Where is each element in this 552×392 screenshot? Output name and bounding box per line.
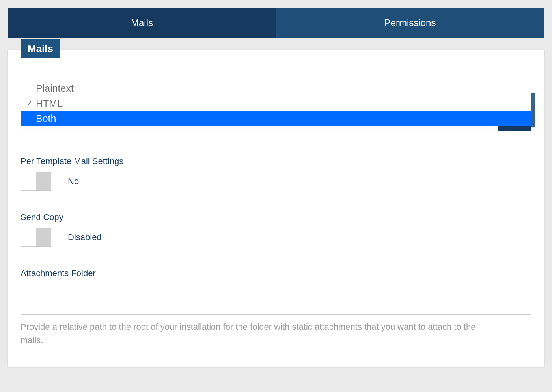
- mail-format-listbox: Plaintext HTML Both: [21, 81, 531, 131]
- mail-format-option-plaintext[interactable]: Plaintext: [21, 81, 531, 96]
- settings-panel: Mails Plaintext HTML Both Per Template M…: [8, 50, 544, 367]
- tab-permissions[interactable]: Permissions: [276, 8, 544, 38]
- mail-format-option-html[interactable]: HTML: [21, 96, 531, 111]
- panel-title: Mails: [21, 39, 60, 58]
- toggle-knob: [36, 228, 51, 246]
- attachments-folder-field: Attachments Folder Provide a relative pa…: [21, 268, 531, 347]
- per-template-field: Per Template Mail Settings No: [21, 156, 531, 191]
- attachments-folder-help: Provide a relative path to the root of y…: [21, 320, 498, 347]
- mail-format-option-both[interactable]: Both: [21, 111, 531, 126]
- dropdown-scrollbar[interactable]: [21, 126, 531, 131]
- attachments-folder-label: Attachments Folder: [21, 268, 531, 278]
- per-template-status: No: [68, 176, 79, 187]
- send-copy-field: Send Copy Disabled: [21, 212, 531, 247]
- mail-format-select[interactable]: Plaintext HTML Both: [21, 81, 531, 131]
- per-template-label: Per Template Mail Settings: [21, 156, 531, 166]
- tab-mails[interactable]: Mails: [8, 8, 276, 38]
- attachments-folder-input[interactable]: [21, 284, 531, 315]
- tab-bar: Mails Permissions: [8, 8, 544, 38]
- toggle-knob: [36, 172, 51, 190]
- send-copy-label: Send Copy: [21, 212, 531, 222]
- send-copy-status: Disabled: [68, 232, 102, 243]
- per-template-toggle[interactable]: [21, 172, 51, 191]
- send-copy-toggle[interactable]: [21, 228, 51, 247]
